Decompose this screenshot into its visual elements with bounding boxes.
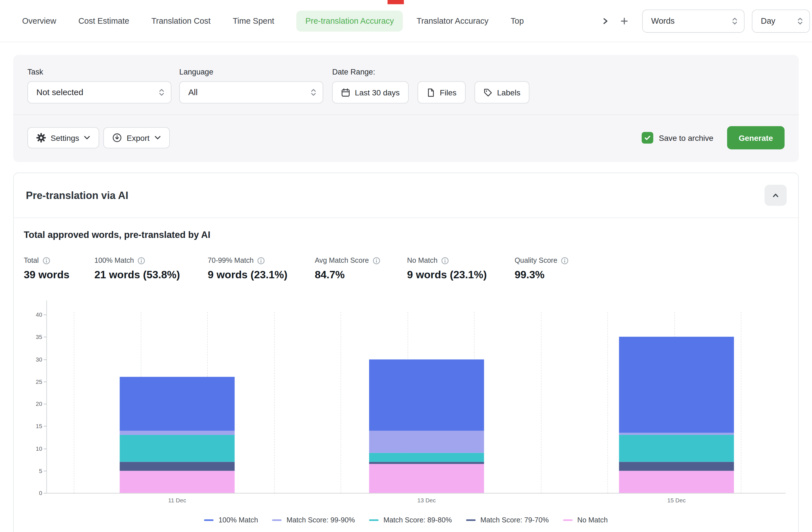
stat-value: 9 words (23.1%) bbox=[208, 269, 315, 281]
y-tick bbox=[44, 493, 46, 494]
tab-pre-translation-accuracy[interactable]: Pre-translation Accuracy bbox=[296, 10, 403, 31]
bar-segment[interactable] bbox=[120, 471, 235, 493]
download-icon bbox=[113, 133, 122, 142]
task-select-value: Not selected bbox=[37, 87, 83, 97]
date-range-value: Last 30 days bbox=[355, 88, 400, 97]
language-label: Language bbox=[179, 68, 323, 76]
card-title: Pre-translation via AI bbox=[26, 189, 128, 201]
x-axis bbox=[46, 493, 786, 494]
info-icon bbox=[257, 257, 265, 264]
gridline bbox=[274, 312, 275, 493]
card-body: Total approved words, pre-translated by … bbox=[14, 218, 798, 532]
gridline bbox=[74, 312, 74, 493]
legend-marker bbox=[369, 519, 379, 521]
double-caret-icon bbox=[797, 17, 803, 25]
x-tick-label: 15 Dec bbox=[667, 497, 686, 504]
save-to-archive-label[interactable]: Save to archive bbox=[659, 133, 713, 142]
bar-segment[interactable] bbox=[120, 462, 235, 471]
stat-label: 100% Match bbox=[95, 256, 134, 264]
y-tick bbox=[44, 381, 46, 382]
bar-segment[interactable] bbox=[619, 471, 734, 493]
stat-label: Total bbox=[24, 256, 39, 264]
export-button-label: Export bbox=[127, 133, 149, 142]
y-tick-label: 20 bbox=[16, 401, 42, 407]
tab-overview[interactable]: Overview bbox=[22, 10, 56, 31]
y-tick-label: 25 bbox=[16, 378, 42, 384]
double-caret-icon bbox=[732, 17, 738, 25]
tab-time-spent[interactable]: Time Spent bbox=[233, 10, 274, 31]
y-tick bbox=[44, 404, 46, 404]
labels-button-label: Labels bbox=[497, 88, 521, 97]
bar-segment[interactable] bbox=[619, 435, 734, 462]
files-button[interactable]: Files bbox=[418, 81, 465, 103]
stat-100-match: 100% Match21 words (53.8%) bbox=[95, 256, 208, 281]
info-icon bbox=[373, 257, 380, 264]
tab-cost-estimate[interactable]: Cost Estimate bbox=[78, 10, 129, 31]
plus-icon bbox=[620, 17, 628, 25]
save-to-archive-checkbox[interactable] bbox=[641, 132, 653, 144]
stat-total: Total39 words bbox=[24, 256, 95, 281]
gridline bbox=[607, 312, 608, 493]
y-tick-label: 30 bbox=[16, 356, 42, 362]
legend-item[interactable]: No Match bbox=[563, 516, 608, 524]
legend-item[interactable]: 100% Match bbox=[204, 516, 258, 524]
stat-avg-match-score: Avg Match Score84.7% bbox=[315, 256, 407, 281]
y-tick-label: 35 bbox=[16, 334, 42, 340]
stat-label: 70-99% Match bbox=[208, 256, 254, 264]
unit-select[interactable]: Words bbox=[642, 9, 744, 32]
generate-button[interactable]: Generate bbox=[727, 126, 785, 149]
tab-top[interactable]: Top bbox=[511, 10, 524, 31]
bar-segment[interactable] bbox=[619, 462, 734, 471]
filter-panel: Task Not selected Language All Date Rang… bbox=[13, 55, 799, 162]
task-select[interactable]: Not selected bbox=[27, 81, 171, 103]
date-range-button[interactable]: Last 30 days bbox=[332, 81, 408, 103]
bar-segment[interactable] bbox=[369, 453, 484, 462]
bar-segment[interactable] bbox=[619, 433, 734, 435]
labels-button[interactable]: Labels bbox=[475, 81, 530, 103]
reports-dashboard: OverviewCost EstimateTranslation CostTim… bbox=[0, 0, 812, 532]
bar-segment[interactable] bbox=[369, 359, 484, 431]
stat-label: Avg Match Score bbox=[315, 256, 369, 264]
info-icon bbox=[561, 257, 568, 264]
legend-item[interactable]: Match Score: 79-70% bbox=[466, 516, 549, 524]
y-tick bbox=[44, 426, 46, 427]
collapse-button[interactable] bbox=[765, 185, 787, 206]
report-tabs: OverviewCost EstimateTranslation CostTim… bbox=[22, 10, 596, 31]
bar-segment[interactable] bbox=[369, 430, 484, 453]
bar-segment[interactable] bbox=[619, 337, 734, 433]
language-select[interactable]: All bbox=[179, 81, 323, 103]
y-tick-label: 15 bbox=[16, 423, 42, 429]
legend-item[interactable]: Match Score: 99-90% bbox=[272, 516, 355, 524]
y-tick bbox=[44, 337, 46, 338]
settings-button[interactable]: Settings bbox=[27, 127, 99, 149]
tabs-scroll-right-button[interactable] bbox=[596, 10, 615, 31]
file-icon bbox=[426, 88, 435, 97]
stat-value: 9 words (23.1%) bbox=[407, 269, 515, 281]
report-tabbar: OverviewCost EstimateTranslation CostTim… bbox=[0, 0, 812, 42]
legend-marker bbox=[204, 519, 214, 521]
caret-down-icon bbox=[154, 136, 160, 140]
add-report-button[interactable] bbox=[615, 10, 634, 31]
double-caret-icon bbox=[159, 88, 165, 97]
y-tick-label: 40 bbox=[16, 311, 42, 318]
bar-segment[interactable] bbox=[120, 435, 235, 462]
tab-translator-accuracy[interactable]: Translator Accuracy bbox=[417, 10, 488, 31]
stat-label: No Match bbox=[407, 256, 438, 264]
export-button[interactable]: Export bbox=[103, 127, 170, 149]
tab-translation-cost[interactable]: Translation Cost bbox=[151, 10, 211, 31]
date-range-label: Date Range: bbox=[332, 68, 529, 76]
report-card: Pre-translation via AI Total approved wo… bbox=[13, 173, 799, 532]
stat-value: 21 words (53.8%) bbox=[95, 269, 208, 281]
task-label: Task bbox=[27, 68, 171, 76]
y-tick bbox=[44, 315, 46, 315]
panel-divider bbox=[13, 115, 799, 115]
bar-segment[interactable] bbox=[369, 462, 484, 464]
bar-segment[interactable] bbox=[120, 430, 235, 435]
period-select[interactable]: Day bbox=[752, 9, 810, 32]
legend-label: Match Score: 89-80% bbox=[383, 516, 452, 524]
legend-item[interactable]: Match Score: 89-80% bbox=[369, 516, 452, 524]
y-tick bbox=[44, 359, 46, 360]
bar-segment[interactable] bbox=[369, 464, 484, 493]
y-tick bbox=[44, 448, 46, 449]
bar-segment[interactable] bbox=[120, 377, 235, 431]
